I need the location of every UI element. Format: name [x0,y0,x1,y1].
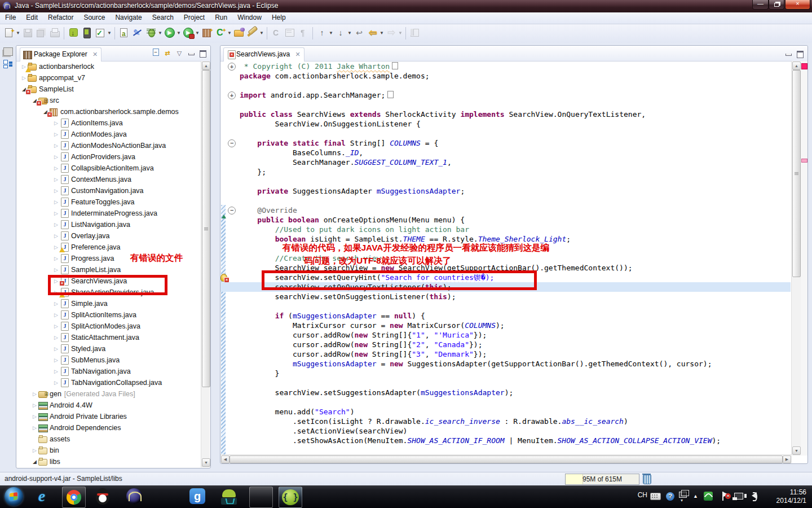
language-indicator[interactable]: CH [638,491,647,499]
tree-item-contextmenus-java[interactable]: ▷JContextMenus.java [17,174,201,185]
run-dropdown[interactable]: ▼ [176,27,182,39]
collapsed-arrow-icon[interactable]: ▷ [52,321,60,332]
last-edit-location-button[interactable] [353,27,365,39]
scrollbar-thumb[interactable] [230,456,783,463]
show-hidden-icons[interactable]: ▲ [693,493,698,499]
link-with-editor-button[interactable]: ⇄ [162,49,173,58]
tree-item-featuretoggles-java[interactable]: ▷JFeatureToggles.java [17,196,201,208]
collapsed-arrow-icon[interactable]: ▷ [52,151,60,163]
collapsed-arrow-icon[interactable]: ▷ [52,129,60,140]
collapsed-arrow-icon[interactable]: ▷ [52,309,60,321]
scroll-up-button[interactable]: ▲ [792,62,801,70]
previous-annotation-button[interactable] [316,27,328,39]
new-wizard-dropdown[interactable]: ▼ [16,27,21,39]
run-external-dropdown[interactable]: ▼ [195,27,200,39]
collapsed-arrow-icon[interactable]: ▷ [52,264,60,275]
action-center-flag-icon[interactable] [722,492,729,497]
scroll-right-button[interactable]: ▶ [783,456,791,463]
collapsed-arrow-icon[interactable]: ▷ [52,208,60,219]
start-button-taskbar-button[interactable] [2,487,27,507]
lint-check-button[interactable] [94,27,107,39]
keyboard-icon[interactable] [650,493,661,500]
run-lint-button[interactable] [131,27,144,39]
green-tray-app-icon[interactable] [704,492,713,501]
tree-item-samplelist-java[interactable]: ▷JSampleList.java [17,264,201,275]
collapsed-arrow-icon[interactable]: ▷ [52,140,60,151]
tree-item-indeterminateprogress-java[interactable]: ▷JIndeterminateProgress.java [17,208,201,219]
sidebar-scrollbar[interactable]: ▲ ▼ [201,61,210,467]
forward-dropdown[interactable]: ▼ [398,27,403,39]
scrollbar-thumb[interactable] [792,70,801,277]
menu-project[interactable]: Project [179,12,210,23]
eclipse-taskbar-button[interactable] [123,487,145,507]
maximize-view-button[interactable] [198,49,208,58]
lint-check-dropdown[interactable]: ▼ [107,27,112,39]
restore-button[interactable] [769,0,784,10]
eclipse-braces-taskbar-button[interactable]: { } [279,487,302,508]
scroll-left-button[interactable]: ◀ [221,456,230,463]
garbage-collect-button[interactable] [643,475,651,484]
collapsed-arrow-icon[interactable]: ▷ [52,185,60,196]
tree-item-libs[interactable]: ◢libs [17,456,201,467]
fold-collapse-icon[interactable]: − [228,139,236,147]
tree-item-actionmodes-java[interactable]: ▷JActionModes.java [17,129,201,140]
tree-item-android-private-libraries[interactable]: ▷Android Private Libraries [17,411,201,422]
scrollbar-thumb[interactable] [202,70,210,387]
collapsed-arrow-icon[interactable]: ▷ [52,354,60,366]
back-button[interactable] [367,27,379,39]
menu-help[interactable]: Help [267,12,291,23]
android-tool-taskbar-button[interactable] [218,487,240,507]
tree-item-tabnavigation-java[interactable]: ▷JTabNavigation.java [17,366,201,377]
red-app-taskbar-button[interactable] [155,487,177,507]
tree-item-src[interactable]: ◢×src [17,95,201,106]
collapsed-arrow-icon[interactable]: ▷ [31,400,38,411]
menu-window[interactable]: Window [232,12,267,23]
menu-navigate[interactable]: Navigate [110,12,147,23]
mark-occurrences-button[interactable] [246,27,259,39]
chrome-taskbar-button[interactable] [62,487,86,508]
android-sdk-manager-button[interactable] [67,27,80,39]
scroll-down-button[interactable]: ▼ [202,458,210,467]
minimize-view-button[interactable] [186,49,196,58]
tab-close-icon[interactable]: ✕ [92,48,98,60]
tree-item-splitactionmodes-java[interactable]: ▷JSplitActionModes.java [17,321,201,332]
tree-item-actionmodesnoactionbar-java[interactable]: ▷JActionModesNoActionBar.java [17,140,201,151]
next-annotation-button[interactable] [334,27,347,39]
tree-item-overlay-java[interactable]: ▷JOverlay.java [17,230,201,242]
tree-item-submenus-java[interactable]: ▷JSubMenus.java [17,354,201,366]
collapsed-arrow-icon[interactable]: ▷ [20,72,28,84]
menu-run[interactable]: Run [210,12,232,23]
tree-item-com-actionbarsherlock-sample-demos[interactable]: ◢×com.actionbarsherlock.sample.demos [17,106,201,117]
editor-tab-close-icon[interactable]: ✕ [295,48,301,60]
collapsed-arrow-icon[interactable]: ▷ [52,230,60,242]
collapsed-arrow-icon[interactable]: ▷ [31,411,38,422]
tree-item-actionitems-java[interactable]: ▷JActionItems.java [17,117,201,129]
code-editor[interactable]: ++−− * Copyright (C) 2011 Jake Whartonpa… [220,61,807,463]
restore-view-icon[interactable] [3,47,13,56]
tree-item-customnavigation-java[interactable]: ▷JCustomNavigation.java [17,185,201,196]
avd-manager-button[interactable] [81,27,93,39]
coverage-button[interactable] [201,27,213,39]
tree-item-gen[interactable]: ▷gen[Generated Java Files] [17,388,201,400]
editor-minimize-button[interactable] [783,49,793,58]
back-dropdown[interactable]: ▼ [379,27,385,39]
collapsed-arrow-icon[interactable]: ▷ [52,332,60,343]
run-external-button[interactable] [182,27,195,39]
scroll-up-button[interactable]: ▲ [202,62,210,70]
menu-search[interactable]: Search [147,12,179,23]
collapsed-arrow-icon[interactable]: ▷ [52,174,60,185]
tree-item-styled-java[interactable]: ▷JStyled.java [17,343,201,354]
tree-item-appcompat-v7[interactable]: ▷appcompat_v7 [17,72,201,84]
collapsed-arrow-icon[interactable]: ▷ [52,163,60,174]
tree-item-listnavigation-java[interactable]: ▷JListNavigation.java [17,219,201,230]
collapsed-arrow-icon[interactable]: ▷ [52,343,60,354]
window-switcher-icon[interactable] [679,492,687,498]
expanded-arrow-icon[interactable]: ◢ [31,456,38,467]
collapsed-arrow-icon[interactable]: ▷ [31,422,38,433]
collapsed-arrow-icon[interactable]: ▷ [52,196,60,208]
tree-item-bin[interactable]: ▷bin [17,445,201,456]
package-explorer-tab[interactable]: Package Explorer ✕ [20,47,102,62]
outline-view-icon[interactable] [3,60,12,67]
volume-icon[interactable] [752,492,757,499]
menu-source[interactable]: Source [78,12,110,23]
